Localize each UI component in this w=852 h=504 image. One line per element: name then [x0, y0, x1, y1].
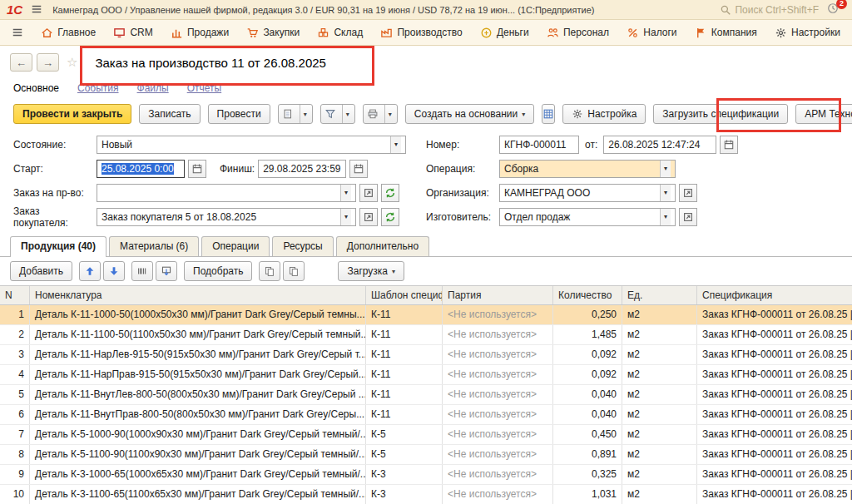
table-row[interactable]: 9Деталь К-3-1000-65(1000x65x30 мм)/Грани…: [0, 465, 852, 485]
menu-section-warehouse[interactable]: Склад: [317, 27, 363, 39]
column-header[interactable]: Партия: [443, 286, 553, 304]
detail-tabstrip: Продукция (40)Материалы (6)ОперацииРесур…: [0, 235, 852, 257]
paste-rows-button[interactable]: [283, 261, 305, 281]
column-header[interactable]: Спецификация: [697, 286, 852, 304]
move-down-button[interactable]: [103, 261, 125, 281]
state-combo[interactable]: Новый ▾: [97, 136, 406, 154]
nav-link-item[interactable]: Отчеты: [187, 82, 221, 94]
nav-link-item[interactable]: Файлы: [137, 82, 169, 94]
create-based-on-button[interactable]: Создать на основании▾: [405, 104, 535, 124]
column-header[interactable]: Количество: [553, 286, 622, 304]
chevron-down-icon[interactable]: ▾: [660, 161, 671, 177]
menu-section-company[interactable]: Компания: [695, 27, 757, 39]
date-field[interactable]: 26.08.2025 12:47:24: [603, 136, 716, 154]
table-row[interactable]: 4Деталь К-11-НарПрав-915-50(915x50x30 мм…: [0, 365, 852, 385]
tab-Продукция (40)[interactable]: Продукция (40): [10, 236, 106, 257]
table-row[interactable]: 8Деталь К-5-1100-90(1100x90x30 мм)/Грани…: [0, 445, 852, 465]
tab-Операции[interactable]: Операции: [201, 236, 270, 256]
prod-order-open-button[interactable]: [359, 184, 378, 202]
table-row[interactable]: 6Деталь К-11-ВнутПрав-800-50(800x50x30 м…: [0, 405, 852, 425]
prod-order-field[interactable]: ▾: [97, 184, 356, 202]
forward-button[interactable]: →: [37, 53, 59, 72]
table-toolbar: Добавить Подобрать Загрузка▾: [0, 257, 852, 285]
post-button[interactable]: Провести: [208, 104, 270, 124]
copy-rows-button[interactable]: [259, 261, 280, 281]
settings-button[interactable]: Настройка: [562, 104, 646, 124]
global-search[interactable]: Поиск Ctrl+Shift+F: [720, 4, 819, 16]
tab-Дополнительно[interactable]: Дополнительно: [336, 236, 429, 256]
customer-order-open-button[interactable]: [359, 208, 378, 226]
column-header[interactable]: Ед.: [622, 286, 697, 304]
manufacturer-field[interactable]: Отдел продаж ▾: [499, 208, 676, 226]
menu-section-taxes[interactable]: Налоги: [627, 27, 676, 39]
tab-Материалы (6)[interactable]: Материалы (6): [109, 236, 199, 256]
menu-section-crm[interactable]: CRM: [113, 27, 152, 39]
calendar-icon: [191, 163, 203, 175]
menu-section-main[interactable]: Главное: [41, 27, 96, 39]
load-menu-button[interactable]: Загрузка▾: [338, 261, 404, 281]
menu-section-sales[interactable]: Продажи: [171, 27, 229, 39]
post-and-close-button[interactable]: Провести и закрыть: [13, 104, 131, 124]
table-row[interactable]: 7Деталь К-5-1000-90(1000x90x30 мм)/Грани…: [0, 425, 852, 445]
barcode-button[interactable]: [131, 261, 153, 281]
move-up-button[interactable]: [79, 261, 101, 281]
table-cell: <Не используется>: [443, 485, 553, 504]
menu-section-settings[interactable]: Настройки: [775, 27, 840, 39]
favorite-star-icon[interactable]: ☆: [67, 55, 77, 70]
menu-section-production[interactable]: Производство: [380, 27, 462, 39]
table-cell: Деталь К-11-1000-50(1000x50x30 мм)/Грани…: [30, 305, 366, 324]
chevron-down-icon[interactable]: ▾: [390, 136, 401, 153]
customer-order-field[interactable]: Заказ покупателя 5 от 18.08.2025 ▾: [97, 208, 356, 226]
menu-section-label: Настройки: [791, 27, 840, 38]
manufacturer-open-button[interactable]: [679, 208, 697, 226]
filter-split-button[interactable]: ▾: [320, 104, 355, 124]
customer-order-refill-button[interactable]: [381, 208, 399, 226]
finish-calendar-button[interactable]: [349, 160, 368, 178]
pick-items-button[interactable]: Подобрать: [184, 261, 252, 281]
organization-field[interactable]: КАМНЕГРАД ООО ▾: [499, 184, 676, 202]
operation-combo[interactable]: Сборка ▾: [499, 160, 676, 178]
notifications-button[interactable]: 2: [827, 2, 842, 17]
load-specifications-button[interactable]: Загрузить спецификации: [653, 104, 788, 124]
chevron-down-icon[interactable]: ▾: [660, 209, 671, 225]
table-row[interactable]: 1Деталь К-11-1000-50(1000x50x30 мм)/Гран…: [0, 305, 852, 325]
nav-link-item[interactable]: События: [77, 82, 119, 94]
organization-open-button[interactable]: [679, 184, 697, 202]
write-button[interactable]: Записать: [139, 104, 200, 124]
number-field[interactable]: КГНФ-000011: [499, 136, 579, 154]
menu-section-purchases[interactable]: Закупки: [246, 27, 300, 39]
prod-order-refill-button[interactable]: [381, 184, 399, 202]
search-icon: [720, 4, 731, 16]
date-calendar-button[interactable]: [720, 136, 738, 154]
start-calendar-button[interactable]: [188, 160, 206, 178]
table-row[interactable]: 10Деталь К-3-1100-65(1100x65x30 мм)/Гран…: [0, 485, 852, 504]
add-row-button[interactable]: Добавить: [10, 261, 72, 281]
table-cell: 10: [0, 485, 30, 504]
table-cell: Заказ КГНФ-000011 от 26.08.25 | Дет...: [697, 445, 852, 464]
column-header[interactable]: N: [0, 286, 30, 304]
chevron-down-icon[interactable]: ▾: [340, 185, 351, 201]
prod-order-label: Заказ на пр-во:: [13, 187, 93, 199]
menu-section-staff[interactable]: Персонал: [547, 27, 609, 39]
finish-date-field[interactable]: 29.08.2025 23:59: [258, 160, 346, 178]
back-button[interactable]: ←: [10, 53, 32, 72]
main-menu-button[interactable]: [31, 3, 44, 17]
tab-Ресурсы[interactable]: Ресурсы: [272, 236, 333, 256]
column-header[interactable]: Номенклатура: [30, 286, 366, 304]
column-header[interactable]: Шаблон специфика...: [366, 286, 443, 304]
arm-technologist-button[interactable]: АРМ Технолога: [795, 104, 852, 124]
table-cell: К-5: [366, 425, 443, 444]
crm-icon: [113, 27, 126, 39]
start-date-field[interactable]: 25.08.2025 0:00: [97, 160, 185, 178]
new-document-split-button[interactable]: ▾: [278, 104, 313, 124]
table-row[interactable]: 3Деталь К-11-НарЛев-915-50(915x50x30 мм)…: [0, 345, 852, 365]
chevron-down-icon[interactable]: ▾: [340, 209, 351, 225]
table-row[interactable]: 5Деталь К-11-ВнутЛев-800-50(800x50x30 мм…: [0, 385, 852, 405]
reports-grid-button[interactable]: [542, 104, 555, 124]
table-row[interactable]: 2Деталь К-11-1100-50(1100x50x30 мм)/Гран…: [0, 325, 852, 345]
menu-section-money[interactable]: Деньги: [480, 27, 529, 39]
import-terminal-button[interactable]: [156, 261, 177, 281]
sections-menu-button[interactable]: [12, 27, 23, 38]
print-split-button[interactable]: ▾: [363, 104, 398, 124]
chevron-down-icon[interactable]: ▾: [660, 185, 671, 201]
